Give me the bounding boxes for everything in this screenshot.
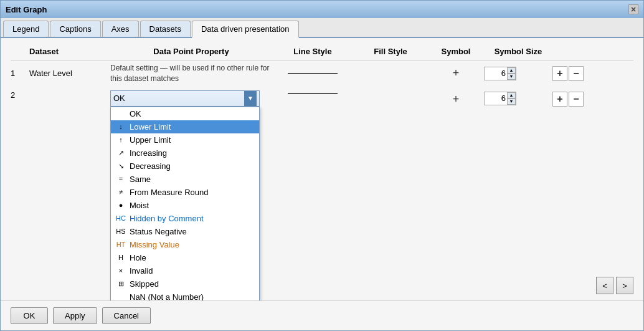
tab-axes[interactable]: Axes <box>102 21 139 37</box>
tab-datasets[interactable]: Datasets <box>140 21 191 37</box>
dropdown-item-skipped[interactable]: ⊞ Skipped <box>111 277 259 290</box>
item-label-nan: NaN (Not a Number) <box>130 292 204 300</box>
dropdown-item-nan[interactable]: NaN (Not a Number) <box>111 290 259 300</box>
item-label-hole: Hole <box>130 253 146 262</box>
item-icon-hole: H <box>116 254 126 261</box>
row2-plus-minus: + − <box>552 92 602 107</box>
dropdown-item-upper-limit[interactable]: ↑ Upper Limit <box>111 133 259 146</box>
dropdown-item-status-negative[interactable]: HS Status Negative <box>111 225 259 238</box>
row2-spinner-val: 6 <box>485 93 507 103</box>
footer: OK Apply Cancel <box>1 300 643 330</box>
row2-linestyle <box>272 93 353 94</box>
dropdown-item-missing-value[interactable]: HT Missing Value <box>111 238 259 251</box>
item-label-upper-limit: Upper Limit <box>130 135 171 145</box>
nav-buttons: < > <box>596 277 633 294</box>
table-header: Dataset Data Point Property Line Style F… <box>11 44 633 60</box>
dropdown-arrow-icon[interactable]: ▼ <box>244 91 257 106</box>
close-button[interactable]: × <box>628 4 638 14</box>
row1-spinner: 6 ▲ ▼ <box>484 67 516 80</box>
item-icon-hidden-by-comment: HC <box>116 214 126 222</box>
tab-bar: Legend Captions Axes Datasets Data drive… <box>1 18 643 38</box>
row2-property-dropdown[interactable]: OK ▼ OK ↓ Lower Limit ↑ <box>110 90 272 107</box>
row1-plus-minus: + − <box>552 66 602 81</box>
dropdown-item-hidden-by-comment[interactable]: HC Hidden by Comment <box>111 212 259 225</box>
row2-line <box>288 93 338 94</box>
row2-spinner-down[interactable]: ▼ <box>507 98 516 105</box>
col-symbolsize: Symbol Size <box>484 47 552 56</box>
col-fillstyle: Fill Style <box>353 47 428 56</box>
col-dataset: Dataset <box>29 47 110 56</box>
apply-button[interactable]: Apply <box>53 307 97 324</box>
item-icon-lower-limit: ↓ <box>116 123 126 130</box>
item-label-invalid: Invalid <box>130 266 153 276</box>
row2-symbolsize-group: 6 ▲ ▼ <box>484 92 552 105</box>
row1-linestyle <box>272 73 353 74</box>
dropdown-item-lower-limit[interactable]: ↓ Lower Limit <box>111 120 259 133</box>
col-symbol: Symbol <box>428 47 484 56</box>
edit-graph-window: Edit Graph × Legend Captions Axes Datase… <box>0 0 644 331</box>
tab-data-driven[interactable]: Data driven presentation <box>192 21 299 38</box>
item-label-increasing: Increasing <box>130 148 167 158</box>
ok-button[interactable]: OK <box>11 307 48 324</box>
dropdown-item-invalid[interactable]: × Invalid <box>111 264 259 277</box>
window-title: Edit Graph <box>6 5 47 14</box>
row2-spinner: 6 ▲ ▼ <box>484 92 516 105</box>
item-icon-skipped: ⊞ <box>116 280 126 288</box>
row1-spinner-up[interactable]: ▲ <box>507 67 516 74</box>
title-bar: Edit Graph × <box>1 1 643 18</box>
row1-line <box>288 73 338 74</box>
col-property: Data Point Property <box>110 47 272 56</box>
item-label-decreasing: Decreasing <box>130 161 171 171</box>
item-label-ok: OK <box>130 109 141 118</box>
item-label-hidden-by-comment: Hidden by Comment <box>130 214 204 223</box>
row1-add-btn[interactable]: + <box>552 66 567 81</box>
row1-spinner-val: 6 <box>485 68 507 79</box>
tab-captions[interactable]: Captions <box>50 21 100 37</box>
row2-remove-btn[interactable]: − <box>569 92 584 107</box>
row1-symbolsize-group: 6 ▲ ▼ <box>484 67 552 80</box>
dropdown-item-from-measure-round[interactable]: ≠ From Measure Round <box>111 186 259 199</box>
row1-remove-btn[interactable]: − <box>569 66 584 81</box>
content-area: Dataset Data Point Property Line Style F… <box>1 38 643 300</box>
dropdown-item-decreasing[interactable]: ↘ Decreasing <box>111 160 259 173</box>
item-icon-decreasing: ↘ <box>116 162 126 170</box>
item-label-from-measure-round: From Measure Round <box>130 188 208 197</box>
row2-symbol: + <box>428 93 484 106</box>
item-icon-same: = <box>116 175 126 183</box>
table-row: 1 Water Level Default setting — will be … <box>11 60 633 87</box>
item-icon-invalid: × <box>116 267 126 274</box>
item-icon-increasing: ↗ <box>116 149 126 157</box>
row1-property: Default setting — will be used if no oth… <box>110 63 272 84</box>
item-icon-status-negative: HS <box>116 228 126 235</box>
dropdown-trigger[interactable]: OK ▼ <box>110 90 260 107</box>
dropdown-item-moist[interactable]: ● Moist <box>111 199 259 212</box>
item-label-missing-value: Missing Value <box>130 240 179 249</box>
item-label-moist: Moist <box>130 201 149 210</box>
row2-spinner-btns[interactable]: ▲ ▼ <box>507 92 516 105</box>
row1-num: 1 <box>11 69 29 78</box>
item-label-lower-limit: Lower Limit <box>130 122 171 132</box>
nav-prev-button[interactable]: < <box>596 277 613 294</box>
row1-spinner-down[interactable]: ▼ <box>507 74 516 80</box>
dropdown-list: OK ↓ Lower Limit ↑ Upper Limit ↗ Increas… <box>110 107 260 300</box>
row1-symbol: + <box>428 67 484 80</box>
item-icon-from-measure-round: ≠ <box>116 188 126 196</box>
row2-spinner-up[interactable]: ▲ <box>507 92 516 98</box>
row1-spinner-btns[interactable]: ▲ ▼ <box>507 67 516 80</box>
dropdown-item-hole[interactable]: H Hole <box>111 251 259 264</box>
row2-add-btn[interactable]: + <box>552 92 567 107</box>
dropdown-item-same[interactable]: = Same <box>111 173 259 186</box>
col-actions <box>552 47 602 56</box>
item-icon-missing-value: HT <box>116 241 126 248</box>
nav-next-button[interactable]: > <box>616 277 633 294</box>
row2-num: 2 <box>11 90 29 100</box>
item-label-skipped: Skipped <box>130 279 159 289</box>
item-icon-upper-limit: ↑ <box>116 136 126 143</box>
tab-legend[interactable]: Legend <box>3 21 49 37</box>
dropdown-item-increasing[interactable]: ↗ Increasing <box>111 146 259 160</box>
col-num <box>11 47 29 56</box>
dropdown-item-ok[interactable]: OK <box>111 107 259 120</box>
cancel-button[interactable]: Cancel <box>102 307 151 324</box>
item-icon-moist: ● <box>116 201 126 209</box>
table-row: 2 OK ▼ OK ↓ Lower Limit <box>11 87 633 109</box>
